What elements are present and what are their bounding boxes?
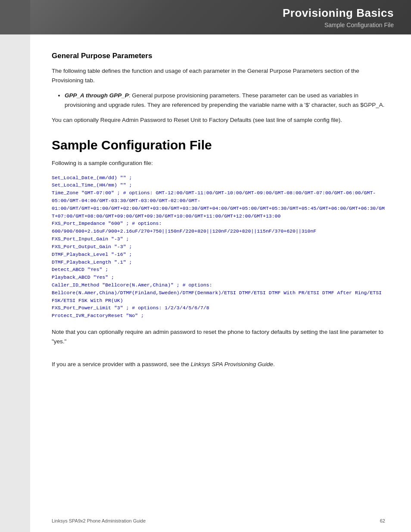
general-purpose-intro: The following table defines the function… (52, 66, 385, 85)
footer-page: 62 (380, 518, 385, 523)
sample-config-intro: Following is a sample configuration file… (52, 159, 385, 168)
main-content: General Purpose Parameters The following… (30, 34, 411, 401)
sample-config-code: Set_Local_Date_(mm/dd) "" ; Set_Local_Ti… (52, 174, 385, 320)
service-provider-text-1: If you are a service provider with a pas… (52, 361, 191, 367)
general-purpose-section: General Purpose Parameters The following… (52, 52, 385, 125)
header-title: Provisioning Basics (283, 6, 394, 20)
page-footer: Linksys SPA9x2 Phone Administration Guid… (30, 518, 411, 523)
sample-config-heading: Sample Configuration File (52, 138, 385, 152)
service-provider-text: If you are a service provider with a pas… (52, 360, 385, 369)
bullet-item-gpp: GPP_A through GPP_P: General purpose pro… (65, 91, 385, 109)
header-subtitle: Sample Configuration File (324, 22, 394, 28)
sample-config-note: Note that you can optionally require an … (52, 327, 385, 346)
sample-config-section: Sample Configuration File Following is a… (52, 138, 385, 369)
footer-left: Linksys SPA9x2 Phone Administration Guid… (52, 518, 146, 523)
general-purpose-closing: You can optionally Require Admin Passwor… (52, 115, 385, 125)
page-header: Provisioning Basics Sample Configuration… (0, 0, 411, 34)
service-provider-text-2: . (273, 361, 275, 367)
linksys-spa-link: Linksys SPA Provisioning Guide (191, 361, 273, 367)
gpp-label: GPP_A through GPP_P (65, 92, 129, 99)
sidebar-stripe (0, 34, 30, 532)
bullet-list: GPP_A through GPP_P: General purpose pro… (65, 91, 385, 109)
general-purpose-heading: General Purpose Parameters (52, 52, 385, 60)
